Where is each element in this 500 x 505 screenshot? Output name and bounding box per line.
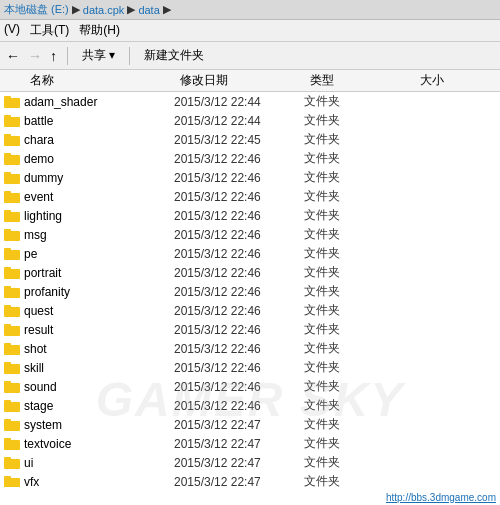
file-type: 文件夹 <box>304 321 384 338</box>
folder-icon <box>4 266 20 280</box>
table-row[interactable]: ui2015/3/12 22:47文件夹 <box>0 453 500 472</box>
table-row[interactable]: chara2015/3/12 22:45文件夹 <box>0 130 500 149</box>
file-name: demo <box>24 152 174 166</box>
menu-bar: (V) 工具(T) 帮助(H) <box>0 20 500 42</box>
file-name: portrait <box>24 266 174 280</box>
folder-icon <box>4 190 20 204</box>
file-name: system <box>24 418 174 432</box>
breadcrumb-data[interactable]: data <box>138 4 159 16</box>
file-type: 文件夹 <box>304 378 384 395</box>
file-name: ui <box>24 456 174 470</box>
file-name: quest <box>24 304 174 318</box>
file-list: adam_shader2015/3/12 22:44文件夹battle2015/… <box>0 92 500 487</box>
folder-icon <box>4 209 20 223</box>
menu-tools[interactable]: 工具(T) <box>30 22 69 39</box>
file-type: 文件夹 <box>304 264 384 281</box>
file-name: chara <box>24 133 174 147</box>
table-row[interactable]: quest2015/3/12 22:46文件夹 <box>0 301 500 320</box>
file-date: 2015/3/12 22:46 <box>174 323 304 337</box>
back-icon[interactable]: ← <box>6 48 20 64</box>
file-date: 2015/3/12 22:46 <box>174 399 304 413</box>
table-row[interactable]: textvoice2015/3/12 22:47文件夹 <box>0 434 500 453</box>
table-row[interactable]: battle2015/3/12 22:44文件夹 <box>0 111 500 130</box>
file-type: 文件夹 <box>304 131 384 148</box>
file-name: sound <box>24 380 174 394</box>
table-row[interactable]: vfx2015/3/12 22:47文件夹 <box>0 472 500 487</box>
table-row[interactable]: portrait2015/3/12 22:46文件夹 <box>0 263 500 282</box>
file-date: 2015/3/12 22:46 <box>174 247 304 261</box>
toolbar-separator2 <box>129 47 130 65</box>
file-name: shot <box>24 342 174 356</box>
file-date: 2015/3/12 22:46 <box>174 361 304 375</box>
file-name: dummy <box>24 171 174 185</box>
table-row[interactable]: result2015/3/12 22:46文件夹 <box>0 320 500 339</box>
file-date: 2015/3/12 22:46 <box>174 285 304 299</box>
folder-icon <box>4 323 20 337</box>
file-date: 2015/3/12 22:46 <box>174 266 304 280</box>
table-row[interactable]: adam_shader2015/3/12 22:44文件夹 <box>0 92 500 111</box>
share-button[interactable]: 共享 ▾ <box>78 45 119 66</box>
folder-icon <box>4 399 20 413</box>
col-header-type[interactable]: 类型 <box>310 72 390 89</box>
menu-help[interactable]: 帮助(H) <box>79 22 120 39</box>
toolbar-separator <box>67 47 68 65</box>
file-type: 文件夹 <box>304 188 384 205</box>
breadcrumb-local-disk[interactable]: 本地磁盘 (E:) <box>4 2 69 17</box>
breadcrumb-datacpk[interactable]: data.cpk <box>83 4 125 16</box>
folder-icon <box>4 361 20 375</box>
table-row[interactable]: profanity2015/3/12 22:46文件夹 <box>0 282 500 301</box>
folder-icon <box>4 285 20 299</box>
file-date: 2015/3/12 22:45 <box>174 133 304 147</box>
title-bar: 本地磁盘 (E:) ▶ data.cpk ▶ data ▶ <box>0 0 500 20</box>
toolbar: ← → ↑ 共享 ▾ 新建文件夹 <box>0 42 500 70</box>
folder-icon <box>4 456 20 470</box>
file-name: stage <box>24 399 174 413</box>
table-row[interactable]: skill2015/3/12 22:46文件夹 <box>0 358 500 377</box>
file-name: adam_shader <box>24 95 174 109</box>
file-type: 文件夹 <box>304 416 384 433</box>
file-date: 2015/3/12 22:47 <box>174 418 304 432</box>
file-type: 文件夹 <box>304 150 384 167</box>
folder-icon <box>4 475 20 488</box>
file-date: 2015/3/12 22:47 <box>174 475 304 488</box>
file-type: 文件夹 <box>304 397 384 414</box>
file-date: 2015/3/12 22:46 <box>174 171 304 185</box>
file-type: 文件夹 <box>304 359 384 376</box>
table-row[interactable]: shot2015/3/12 22:46文件夹 <box>0 339 500 358</box>
up-icon[interactable]: ↑ <box>50 48 57 64</box>
folder-icon <box>4 228 20 242</box>
table-row[interactable]: lighting2015/3/12 22:46文件夹 <box>0 206 500 225</box>
table-row[interactable]: demo2015/3/12 22:46文件夹 <box>0 149 500 168</box>
table-row[interactable]: system2015/3/12 22:47文件夹 <box>0 415 500 434</box>
file-type: 文件夹 <box>304 245 384 262</box>
file-date: 2015/3/12 22:46 <box>174 380 304 394</box>
folder-icon <box>4 247 20 261</box>
folder-icon <box>4 152 20 166</box>
col-header-date[interactable]: 修改日期 <box>180 72 310 89</box>
forward-icon[interactable]: → <box>28 48 42 64</box>
table-row[interactable]: sound2015/3/12 22:46文件夹 <box>0 377 500 396</box>
file-type: 文件夹 <box>304 302 384 319</box>
menu-view[interactable]: (V) <box>4 22 20 39</box>
file-name: battle <box>24 114 174 128</box>
file-name: skill <box>24 361 174 375</box>
table-row[interactable]: event2015/3/12 22:46文件夹 <box>0 187 500 206</box>
table-row[interactable]: pe2015/3/12 22:46文件夹 <box>0 244 500 263</box>
file-date: 2015/3/12 22:46 <box>174 342 304 356</box>
file-name: pe <box>24 247 174 261</box>
col-header-name[interactable]: 名称 <box>0 72 180 89</box>
col-header-size[interactable]: 大小 <box>390 72 450 89</box>
folder-icon <box>4 304 20 318</box>
file-type: 文件夹 <box>304 435 384 452</box>
folder-icon <box>4 133 20 147</box>
new-folder-button[interactable]: 新建文件夹 <box>140 45 208 66</box>
file-type: 文件夹 <box>304 112 384 129</box>
folder-icon <box>4 437 20 451</box>
folder-icon <box>4 114 20 128</box>
file-type: 文件夹 <box>304 283 384 300</box>
table-row[interactable]: stage2015/3/12 22:46文件夹 <box>0 396 500 415</box>
table-row[interactable]: dummy2015/3/12 22:46文件夹 <box>0 168 500 187</box>
table-row[interactable]: msg2015/3/12 22:46文件夹 <box>0 225 500 244</box>
folder-icon <box>4 380 20 394</box>
file-type: 文件夹 <box>304 169 384 186</box>
